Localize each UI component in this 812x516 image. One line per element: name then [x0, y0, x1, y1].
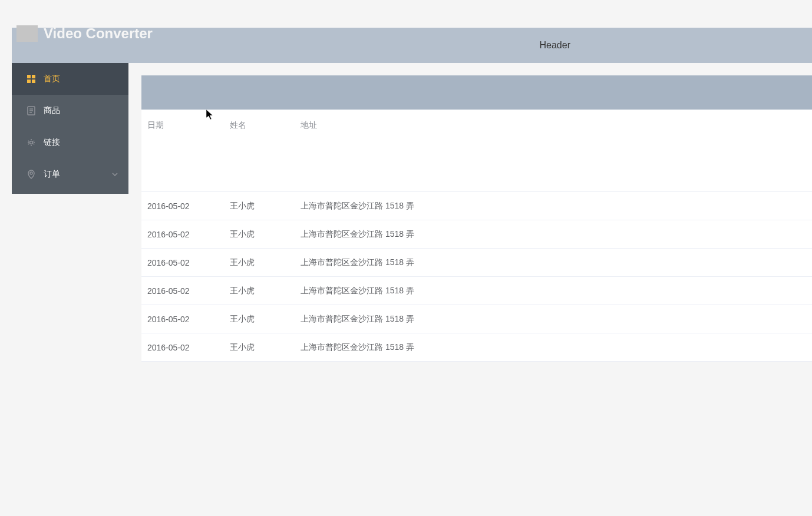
logo-text: Video Converter [44, 25, 153, 42]
sidebar-item-label: 首页 [44, 74, 60, 84]
cell-address: 上海市普陀区金沙江路 1518 弄 [295, 314, 812, 325]
table-row[interactable]: 2016-05-02王小虎上海市普陀区金沙江路 1518 弄 [141, 220, 812, 249]
svg-rect-3 [32, 80, 35, 83]
sidebar-item-label: 商品 [44, 105, 60, 116]
sidebar-item-product[interactable]: 商品 [12, 95, 128, 127]
logo-icon [16, 25, 38, 42]
cell-address: 上海市普陀区金沙江路 1518 弄 [295, 342, 812, 353]
app-container: Video Converter Header 首页 [0, 0, 812, 516]
cell-address: 上海市普陀区金沙江路 1518 弄 [295, 229, 812, 240]
sidebar: 首页 商品 链接 [12, 63, 128, 194]
cell-date: 2016-05-02 [141, 343, 224, 352]
column-header-name[interactable]: 姓名 [224, 110, 295, 191]
gear-icon [26, 137, 37, 148]
cell-date: 2016-05-02 [141, 201, 224, 211]
table-body: 2016-05-02王小虎上海市普陀区金沙江路 1518 弄2016-05-02… [141, 192, 812, 362]
cell-name: 王小虎 [224, 286, 295, 296]
sidebar-item-label: 链接 [44, 137, 60, 148]
table-row[interactable]: 2016-05-02王小虎上海市普陀区金沙江路 1518 弄 [141, 277, 812, 305]
table: 日期 姓名 地址 2016-05-02王小虎上海市普陀区金沙江路 1518 弄2… [141, 110, 812, 362]
grid-icon [26, 74, 37, 84]
sidebar-item-link[interactable]: 链接 [12, 127, 128, 158]
header: Video Converter Header [12, 28, 812, 63]
sidebar-item-home[interactable]: 首页 [12, 63, 128, 95]
location-icon [26, 169, 37, 180]
header-title: Header [540, 40, 570, 51]
cell-address: 上海市普陀区金沙江路 1518 弄 [295, 286, 812, 296]
svg-point-8 [30, 141, 33, 144]
cell-name: 王小虎 [224, 342, 295, 353]
svg-point-9 [30, 172, 32, 174]
sidebar-item-label: 订单 [44, 169, 60, 180]
cell-name: 王小虎 [224, 229, 295, 240]
svg-rect-1 [32, 75, 35, 78]
sidebar-item-order[interactable]: 订单 [12, 158, 128, 190]
cell-date: 2016-05-02 [141, 315, 224, 324]
document-icon [26, 105, 37, 116]
cell-name: 王小虎 [224, 257, 295, 268]
svg-rect-2 [27, 80, 31, 83]
cell-address: 上海市普陀区金沙江路 1518 弄 [295, 257, 812, 268]
cell-date: 2016-05-02 [141, 230, 224, 239]
column-header-address[interactable]: 地址 [295, 110, 812, 191]
cell-address: 上海市普陀区金沙江路 1518 弄 [295, 201, 812, 211]
cell-date: 2016-05-02 [141, 286, 224, 296]
cell-name: 王小虎 [224, 314, 295, 325]
column-header-date[interactable]: 日期 [141, 110, 224, 191]
logo: Video Converter [12, 25, 153, 42]
content-area: 日期 姓名 地址 2016-05-02王小虎上海市普陀区金沙江路 1518 弄2… [141, 75, 812, 362]
table-row[interactable]: 2016-05-02王小虎上海市普陀区金沙江路 1518 弄 [141, 249, 812, 277]
content-header-bar [141, 75, 812, 110]
table-header: 日期 姓名 地址 [141, 110, 812, 192]
chevron-down-icon [112, 173, 118, 176]
svg-rect-0 [27, 75, 31, 78]
table-row[interactable]: 2016-05-02王小虎上海市普陀区金沙江路 1518 弄 [141, 305, 812, 333]
cell-name: 王小虎 [224, 201, 295, 211]
table-row[interactable]: 2016-05-02王小虎上海市普陀区金沙江路 1518 弄 [141, 333, 812, 362]
cell-date: 2016-05-02 [141, 258, 224, 267]
table-row[interactable]: 2016-05-02王小虎上海市普陀区金沙江路 1518 弄 [141, 192, 812, 220]
